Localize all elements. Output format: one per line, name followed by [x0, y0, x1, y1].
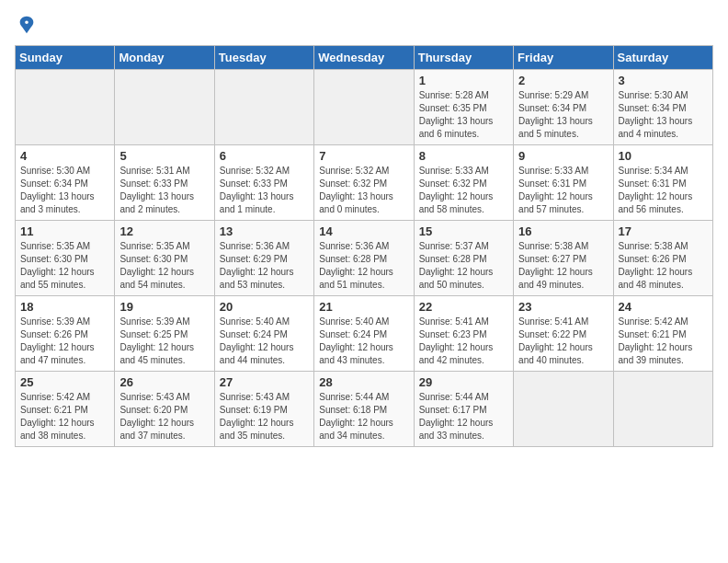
- day-info: Sunrise: 5:40 AM Sunset: 6:24 PM Dayligh…: [319, 316, 408, 367]
- day-number: 10: [619, 149, 708, 163]
- day-info: Sunrise: 5:39 AM Sunset: 6:26 PM Dayligh…: [20, 316, 109, 367]
- calendar-cell: [214, 69, 313, 144]
- calendar-cell: 19Sunrise: 5:39 AM Sunset: 6:25 PM Dayli…: [115, 295, 214, 371]
- calendar-cell: 13Sunrise: 5:36 AM Sunset: 6:29 PM Dayli…: [214, 220, 313, 295]
- calendar-cell: 15Sunrise: 5:37 AM Sunset: 6:28 PM Dayli…: [414, 220, 513, 295]
- calendar-cell: 24Sunrise: 5:42 AM Sunset: 6:21 PM Dayli…: [613, 295, 712, 371]
- day-number: 28: [319, 375, 408, 389]
- day-info: Sunrise: 5:42 AM Sunset: 6:21 PM Dayligh…: [20, 391, 109, 442]
- calendar-cell: 12Sunrise: 5:35 AM Sunset: 6:30 PM Dayli…: [115, 220, 214, 295]
- day-number: 14: [319, 224, 408, 238]
- day-info: Sunrise: 5:43 AM Sunset: 6:19 PM Dayligh…: [220, 391, 309, 442]
- day-number: 16: [518, 224, 608, 238]
- day-number: 4: [20, 149, 109, 163]
- calendar-cell: 7Sunrise: 5:32 AM Sunset: 6:32 PM Daylig…: [314, 144, 414, 220]
- calendar-week-5: 25Sunrise: 5:42 AM Sunset: 6:21 PM Dayli…: [16, 371, 713, 446]
- day-number: 21: [319, 300, 408, 314]
- day-info: Sunrise: 5:28 AM Sunset: 6:35 PM Dayligh…: [419, 89, 508, 141]
- calendar-cell: 11Sunrise: 5:35 AM Sunset: 6:30 PM Dayli…: [16, 220, 115, 295]
- day-info: Sunrise: 5:31 AM Sunset: 6:33 PM Dayligh…: [119, 165, 209, 216]
- day-info: Sunrise: 5:33 AM Sunset: 6:31 PM Dayligh…: [518, 165, 608, 216]
- day-info: Sunrise: 5:39 AM Sunset: 6:25 PM Dayligh…: [119, 316, 209, 367]
- day-number: 29: [419, 375, 508, 389]
- day-info: Sunrise: 5:43 AM Sunset: 6:20 PM Dayligh…: [119, 391, 209, 442]
- calendar-cell: [613, 371, 712, 446]
- calendar-cell: 1Sunrise: 5:28 AM Sunset: 6:35 PM Daylig…: [414, 69, 513, 144]
- day-info: Sunrise: 5:44 AM Sunset: 6:18 PM Dayligh…: [319, 391, 408, 442]
- calendar-cell: 21Sunrise: 5:40 AM Sunset: 6:24 PM Dayli…: [314, 295, 414, 371]
- day-number: 8: [419, 149, 508, 163]
- calendar-cell: 4Sunrise: 5:30 AM Sunset: 6:34 PM Daylig…: [16, 144, 115, 220]
- calendar-week-3: 11Sunrise: 5:35 AM Sunset: 6:30 PM Dayli…: [16, 220, 713, 295]
- calendar-cell: 10Sunrise: 5:34 AM Sunset: 6:31 PM Dayli…: [613, 144, 712, 220]
- day-number: 23: [518, 300, 608, 314]
- weekday-header-row: SundayMondayTuesdayWednesdayThursdayFrid…: [16, 45, 713, 69]
- weekday-header-sunday: Sunday: [16, 45, 115, 69]
- logo-text: [15, 15, 37, 40]
- day-info: Sunrise: 5:32 AM Sunset: 6:33 PM Dayligh…: [220, 165, 309, 216]
- day-info: Sunrise: 5:34 AM Sunset: 6:31 PM Dayligh…: [619, 165, 708, 216]
- day-number: 24: [619, 300, 708, 314]
- calendar-week-1: 1Sunrise: 5:28 AM Sunset: 6:35 PM Daylig…: [16, 69, 713, 144]
- day-number: 1: [419, 74, 508, 87]
- calendar-cell: [514, 371, 613, 446]
- day-number: 11: [20, 224, 109, 238]
- calendar-week-2: 4Sunrise: 5:30 AM Sunset: 6:34 PM Daylig…: [16, 144, 713, 220]
- calendar-cell: 5Sunrise: 5:31 AM Sunset: 6:33 PM Daylig…: [115, 144, 214, 220]
- day-info: Sunrise: 5:37 AM Sunset: 6:28 PM Dayligh…: [419, 240, 508, 292]
- day-number: 27: [220, 375, 309, 389]
- calendar-cell: 26Sunrise: 5:43 AM Sunset: 6:20 PM Dayli…: [115, 371, 214, 446]
- calendar-cell: [16, 69, 115, 144]
- day-number: 9: [518, 149, 608, 163]
- weekday-header-thursday: Thursday: [414, 45, 513, 69]
- day-info: Sunrise: 5:30 AM Sunset: 6:34 PM Dayligh…: [619, 89, 708, 141]
- day-info: Sunrise: 5:32 AM Sunset: 6:32 PM Dayligh…: [319, 165, 408, 216]
- day-number: 7: [319, 149, 408, 163]
- day-number: 25: [20, 375, 109, 389]
- logo: [15, 15, 37, 40]
- calendar-cell: 2Sunrise: 5:29 AM Sunset: 6:34 PM Daylig…: [514, 69, 613, 144]
- calendar-cell: 23Sunrise: 5:41 AM Sunset: 6:22 PM Dayli…: [514, 295, 613, 371]
- calendar-cell: [115, 69, 214, 144]
- calendar-cell: 28Sunrise: 5:44 AM Sunset: 6:18 PM Dayli…: [314, 371, 414, 446]
- day-number: 15: [419, 224, 508, 238]
- day-info: Sunrise: 5:36 AM Sunset: 6:28 PM Dayligh…: [319, 240, 408, 292]
- calendar-table: SundayMondayTuesdayWednesdayThursdayFrid…: [15, 45, 713, 447]
- day-info: Sunrise: 5:40 AM Sunset: 6:24 PM Dayligh…: [220, 316, 309, 367]
- weekday-header-wednesday: Wednesday: [314, 45, 414, 69]
- calendar-week-4: 18Sunrise: 5:39 AM Sunset: 6:26 PM Dayli…: [16, 295, 713, 371]
- day-number: 5: [119, 149, 209, 163]
- day-number: 26: [119, 375, 209, 389]
- weekday-header-monday: Monday: [115, 45, 214, 69]
- day-number: 12: [119, 224, 209, 238]
- calendar-cell: 6Sunrise: 5:32 AM Sunset: 6:33 PM Daylig…: [214, 144, 313, 220]
- day-number: 13: [220, 224, 309, 238]
- calendar-cell: 25Sunrise: 5:42 AM Sunset: 6:21 PM Dayli…: [16, 371, 115, 446]
- day-info: Sunrise: 5:44 AM Sunset: 6:17 PM Dayligh…: [419, 391, 508, 442]
- day-info: Sunrise: 5:41 AM Sunset: 6:22 PM Dayligh…: [518, 316, 608, 367]
- weekday-header-friday: Friday: [514, 45, 613, 69]
- logo-icon: [17, 15, 37, 35]
- weekday-header-tuesday: Tuesday: [214, 45, 313, 69]
- day-info: Sunrise: 5:33 AM Sunset: 6:32 PM Dayligh…: [419, 165, 508, 216]
- day-number: 20: [220, 300, 309, 314]
- day-info: Sunrise: 5:35 AM Sunset: 6:30 PM Dayligh…: [20, 240, 109, 292]
- day-number: 22: [419, 300, 508, 314]
- calendar-cell: 17Sunrise: 5:38 AM Sunset: 6:26 PM Dayli…: [613, 220, 712, 295]
- day-number: 19: [119, 300, 209, 314]
- calendar-cell: 9Sunrise: 5:33 AM Sunset: 6:31 PM Daylig…: [514, 144, 613, 220]
- day-info: Sunrise: 5:30 AM Sunset: 6:34 PM Dayligh…: [20, 165, 109, 216]
- day-info: Sunrise: 5:38 AM Sunset: 6:26 PM Dayligh…: [619, 240, 708, 292]
- day-number: 6: [220, 149, 309, 163]
- day-number: 18: [20, 300, 109, 314]
- calendar-cell: 18Sunrise: 5:39 AM Sunset: 6:26 PM Dayli…: [16, 295, 115, 371]
- day-info: Sunrise: 5:36 AM Sunset: 6:29 PM Dayligh…: [220, 240, 309, 292]
- calendar-cell: 8Sunrise: 5:33 AM Sunset: 6:32 PM Daylig…: [414, 144, 513, 220]
- day-info: Sunrise: 5:42 AM Sunset: 6:21 PM Dayligh…: [619, 316, 708, 367]
- day-info: Sunrise: 5:38 AM Sunset: 6:27 PM Dayligh…: [518, 240, 608, 292]
- calendar-cell: [314, 69, 414, 144]
- page-header: [15, 15, 713, 40]
- calendar-cell: 14Sunrise: 5:36 AM Sunset: 6:28 PM Dayli…: [314, 220, 414, 295]
- day-number: 17: [619, 224, 708, 238]
- calendar-cell: 22Sunrise: 5:41 AM Sunset: 6:23 PM Dayli…: [414, 295, 513, 371]
